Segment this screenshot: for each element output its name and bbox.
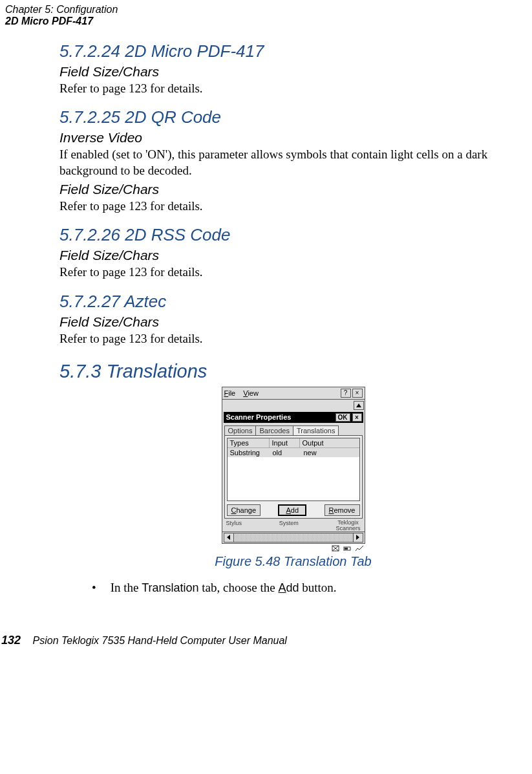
content: 5.7.2.24 2D Micro PDF-417 Field Size/Cha… [0, 28, 532, 595]
dialog-area: Scanner Properties OK × Options Barcodes… [222, 400, 365, 532]
menu-view[interactable]: View [243, 389, 259, 397]
add-button-ref: A [279, 581, 286, 594]
page-header: Chapter 5: Configuration 2D Micro PDF-41… [0, 4, 532, 28]
translations-list[interactable]: Types Input Output Substring old new [227, 438, 360, 501]
task-stylus: Stylus [226, 520, 242, 532]
subheading-field-size-4: Field Size/Chars [59, 314, 527, 330]
list-row[interactable]: Substring old new [228, 448, 359, 457]
page: Chapter 5: Configuration 2D Micro PDF-41… [0, 0, 532, 647]
heading-aztec: 5.7.2.27 Aztec [59, 292, 527, 312]
cell-input: old [270, 448, 301, 457]
taskbar-labels: Stylus System Teklogix Scanners [222, 520, 365, 532]
subheading-field-size-3: Field Size/Chars [59, 248, 527, 263]
scroll-track[interactable] [234, 533, 353, 543]
tray-icon-2 [343, 544, 351, 552]
task-scanners: Teklogix Scanners [335, 520, 360, 532]
body-3: Refer to page 123 for details. [59, 264, 527, 281]
body-2: Refer to page 123 for details. [59, 199, 527, 215]
section-ref: 2D Micro PDF-417 [5, 16, 532, 27]
heading-2d-micro-pdf417: 5.7.2.24 2D Micro PDF-417 [59, 42, 527, 61]
cell-output: new [301, 448, 359, 457]
chapter-line: Chapter 5: Configuration [5, 4, 532, 16]
page-footer: 132 Psion Teklogix 7535 Hand-Held Comput… [0, 634, 532, 647]
horizontal-scrollbar[interactable] [222, 532, 365, 544]
figure-caption: Figure 5.48 Translation Tab [59, 554, 527, 569]
cell-type: Substring [228, 448, 270, 457]
dialog-titlebar: Scanner Properties OK × [224, 412, 363, 423]
svg-rect-4 [345, 548, 348, 550]
col-input[interactable]: Input [270, 438, 300, 447]
subheading-field-size-1: Field Size/Chars [59, 64, 527, 80]
subheading-inverse-video: Inverse Video [59, 130, 527, 145]
remove-button[interactable]: Remove [325, 504, 360, 516]
page-number: 132 [1, 634, 21, 647]
menu-file[interactable]: File [224, 389, 236, 397]
triangle-up-icon [356, 403, 361, 407]
scroll-up-button[interactable] [354, 401, 364, 410]
add-button[interactable]: Add [278, 504, 306, 516]
heading-2d-rss-code: 5.7.2.26 2D RSS Code [59, 226, 527, 245]
tray-icon-1 [332, 544, 339, 552]
body-4: Refer to page 123 for details. [59, 331, 527, 347]
bullet-line: • In the Translation tab, choose the Add… [92, 581, 527, 595]
button-row: Change Add Remove [227, 504, 360, 516]
figure-wrap: File View ? × Scanner Properties OK × [59, 387, 527, 569]
scroll-right-button[interactable] [353, 533, 363, 543]
body-inverse-video: If enabled (set to 'ON'), this parameter… [59, 147, 527, 178]
tab-translations[interactable]: Translations [293, 425, 339, 435]
body-1: Refer to page 123 for details. [59, 81, 527, 97]
list-header: Types Input Output [228, 438, 359, 448]
triangle-left-icon [227, 535, 230, 540]
tab-strip: Options Barcodes Translations [224, 425, 363, 435]
bullet-text: In the Translation tab, choose the Add b… [111, 581, 337, 595]
dialog-title: Scanner Properties [226, 413, 335, 421]
heading-2d-qr-code: 5.7.2.25 2D QR Code [59, 108, 527, 127]
screenshot: File View ? × Scanner Properties OK × [222, 387, 365, 552]
tab-options[interactable]: Options [224, 425, 257, 435]
triangle-right-icon [356, 535, 359, 540]
system-tray [222, 544, 365, 552]
dialog-close-button[interactable]: × [352, 413, 362, 422]
close-button[interactable]: × [352, 389, 363, 398]
task-system: System [279, 520, 299, 532]
tab-body: Types Input Output Substring old new [224, 435, 363, 519]
heading-translations: 5.7.3 Translations [59, 361, 527, 382]
change-button[interactable]: Change [227, 504, 261, 516]
help-button[interactable]: ? [341, 389, 351, 398]
scroll-left-button[interactable] [224, 533, 234, 543]
translation-tab-ref: Translation [142, 581, 198, 594]
col-types[interactable]: Types [228, 438, 270, 447]
window-menubar: File View ? × [222, 387, 365, 400]
tab-barcodes[interactable]: Barcodes [255, 425, 293, 435]
subheading-field-size-2: Field Size/Chars [59, 182, 527, 197]
book-title: Psion Teklogix 7535 Hand-Held Computer U… [33, 635, 287, 646]
tray-icon-3 [355, 544, 364, 552]
col-output[interactable]: Output [300, 438, 359, 447]
bullet-dot: • [92, 581, 96, 595]
ok-button[interactable]: OK [335, 413, 350, 422]
